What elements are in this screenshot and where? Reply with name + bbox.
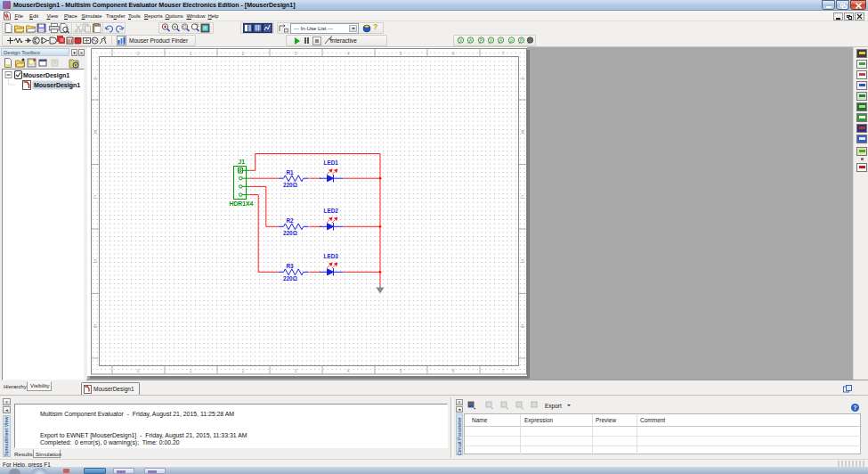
svg-text:D: D bbox=[93, 259, 97, 264]
svg-text:E: E bbox=[93, 324, 96, 329]
svg-text:5: 5 bbox=[400, 369, 402, 373]
svg-text:E: E bbox=[521, 324, 523, 329]
svg-text:220Ω: 220Ω bbox=[283, 182, 297, 188]
svg-text:1: 1 bbox=[190, 369, 192, 373]
svg-text:5: 5 bbox=[400, 52, 402, 56]
svg-text:B: B bbox=[521, 130, 523, 135]
svg-text:LED3: LED3 bbox=[324, 253, 339, 259]
svg-text:J1: J1 bbox=[239, 159, 246, 165]
svg-text:2: 2 bbox=[242, 369, 245, 373]
svg-text:C: C bbox=[521, 195, 524, 200]
svg-text:220Ω: 220Ω bbox=[283, 275, 297, 282]
svg-text:R3: R3 bbox=[287, 263, 295, 269]
svg-text:3: 3 bbox=[295, 369, 297, 373]
svg-text:R2: R2 bbox=[287, 217, 295, 224]
svg-text:R1: R1 bbox=[287, 169, 295, 176]
svg-text:P: P bbox=[520, 38, 523, 43]
svg-text:3: 3 bbox=[295, 52, 297, 56]
svg-text:o: o bbox=[510, 38, 513, 43]
svg-text:0: 0 bbox=[137, 52, 140, 56]
svg-text:C: C bbox=[93, 195, 97, 200]
svg-text:0: 0 bbox=[137, 369, 140, 373]
svg-text:6: 6 bbox=[452, 369, 455, 373]
svg-text:V: V bbox=[490, 38, 492, 43]
svg-text:2: 2 bbox=[242, 52, 245, 56]
svg-text:4: 4 bbox=[347, 369, 350, 373]
svg-text:A: A bbox=[469, 38, 472, 43]
svg-text:4: 4 bbox=[347, 52, 350, 56]
svg-text:D: D bbox=[521, 259, 524, 264]
svg-text:P: P bbox=[480, 38, 483, 43]
svg-text:A: A bbox=[499, 38, 502, 43]
svg-text:LED1: LED1 bbox=[324, 159, 339, 166]
svg-text:V: V bbox=[459, 38, 462, 43]
svg-text:1: 1 bbox=[190, 52, 192, 56]
svg-text:6: 6 bbox=[452, 52, 455, 56]
svg-text:HDR1X4: HDR1X4 bbox=[230, 200, 254, 207]
svg-text:220Ω: 220Ω bbox=[283, 230, 297, 236]
svg-text:LED2: LED2 bbox=[324, 208, 339, 214]
svg-text:B: B bbox=[93, 130, 96, 135]
svg-text:7: 7 bbox=[502, 52, 505, 56]
svg-text:7: 7 bbox=[502, 369, 505, 373]
